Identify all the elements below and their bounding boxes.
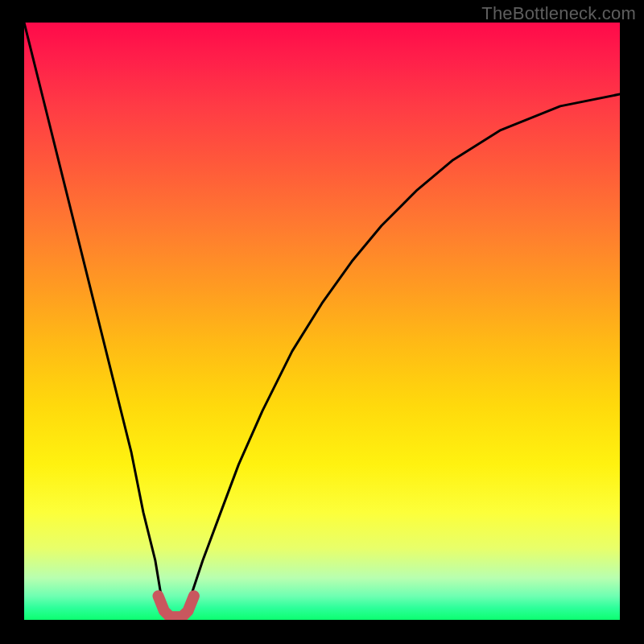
watermark-text: TheBottleneck.com xyxy=(481,3,636,24)
sweet-spot-marker xyxy=(159,596,194,617)
chart-frame: TheBottleneck.com xyxy=(0,0,644,644)
plot-area xyxy=(24,23,620,620)
bottleneck-curve xyxy=(24,23,620,620)
curve-layer xyxy=(24,23,620,620)
